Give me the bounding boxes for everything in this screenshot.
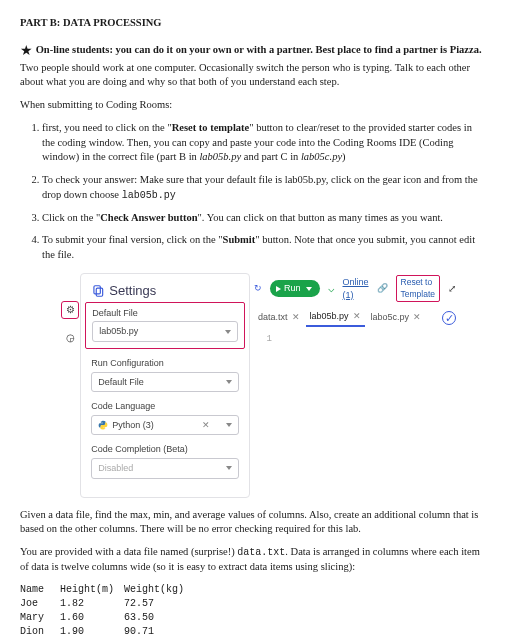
step-4: To submit your final version, click on t…: [42, 233, 485, 262]
completion-label: Code Completion (Beta): [91, 443, 239, 456]
step-1: first, you need to click on the "Reset t…: [42, 121, 485, 165]
editor-side: ↻ Run ⌵ Online (1) 🔗 Reset to Template ⤢…: [250, 273, 460, 498]
lang-label: Code Language: [91, 400, 239, 413]
default-file-highlight: Default File lab05b.py: [85, 302, 245, 349]
tab-data-txt[interactable]: data.txt✕: [254, 309, 304, 326]
step-2: To check your answer: Make sure that you…: [42, 173, 485, 203]
default-file-label: Default File: [92, 307, 238, 320]
svg-rect-0: [94, 286, 100, 294]
completion-value: Disabled: [98, 462, 133, 475]
run-config-label: Run Configuration: [91, 357, 239, 370]
code-editor[interactable]: 1: [250, 329, 460, 498]
run-button[interactable]: Run: [270, 280, 320, 297]
toolbar: ↻ Run ⌵ Online (1) 🔗 Reset to Template ⤢: [250, 273, 460, 307]
intro-rest: Two people should work at one computer. …: [20, 62, 470, 88]
online-link[interactable]: Online (1): [343, 276, 369, 301]
svg-rect-1: [97, 288, 103, 296]
link-icon[interactable]: 🔗: [377, 282, 388, 295]
default-file-select[interactable]: lab05b.py: [92, 321, 238, 342]
close-icon[interactable]: ✕: [413, 311, 421, 324]
check-icon[interactable]: ✓: [442, 311, 456, 325]
table-row: Mary1.6063.50: [20, 611, 194, 625]
tab-lab05c[interactable]: labo5c.py✕: [367, 309, 426, 326]
intro-paragraph: ★ On-line students: you can do it on you…: [20, 41, 485, 90]
settings-title: Settings: [91, 282, 239, 300]
clear-lang-icon[interactable]: ✕: [202, 419, 210, 432]
step-3: Click on the "Check Answer button". You …: [42, 211, 485, 226]
section-heading: PART B: DATA PROCESSING: [20, 16, 485, 31]
intro-bold: On-line students: you can do it on your …: [36, 44, 482, 55]
clock-icon[interactable]: ◶: [61, 329, 79, 347]
close-icon[interactable]: ✕: [353, 310, 361, 323]
default-file-value: lab05b.py: [99, 325, 138, 338]
settings-panel: Settings Default File lab05b.py Run Conf…: [80, 273, 250, 498]
file-tabs: data.txt✕ lab05b.py✕ labo5c.py✕ ✓: [250, 306, 460, 329]
ide-screenshot: ⚙ ◶ Settings Default File lab05b.py Run …: [60, 273, 460, 498]
wifi-icon: ⌵: [328, 281, 335, 296]
refresh-icon[interactable]: ↻: [254, 282, 262, 295]
steps-list: first, you need to click on the "Reset t…: [42, 121, 485, 263]
run-config-select[interactable]: Default File: [91, 372, 239, 393]
task-para-1: Given a data file, find the max, min, an…: [20, 508, 485, 537]
table-header-row: Name Height(m) Weight(kg): [20, 583, 194, 597]
task-para-2: You are provided with a data file named …: [20, 545, 485, 575]
close-icon[interactable]: ✕: [292, 311, 300, 324]
reset-to-template-button[interactable]: Reset to Template: [396, 275, 440, 303]
expand-icon[interactable]: ⤢: [448, 282, 456, 296]
lang-value: Python (3): [112, 419, 154, 432]
left-icon-rail: ⚙ ◶: [60, 273, 80, 498]
tab-lab05b[interactable]: lab05b.py✕: [306, 308, 365, 327]
python-icon: [98, 420, 108, 430]
line-gutter: 1: [254, 333, 278, 494]
star-icon: ★: [20, 43, 33, 58]
table-row: Joe1.8272.57: [20, 597, 194, 611]
completion-select[interactable]: Disabled: [91, 458, 239, 479]
gear-icon[interactable]: ⚙: [61, 301, 79, 319]
table-row: Dion1.9090.71: [20, 625, 194, 635]
submit-heading: When submitting to Coding Rooms:: [20, 98, 485, 113]
run-config-value: Default File: [98, 376, 144, 389]
lang-select[interactable]: Python (3) ✕: [91, 415, 239, 436]
copy-icon: [91, 284, 105, 298]
data-table: Name Height(m) Weight(kg) Joe1.8272.57 M…: [20, 583, 194, 635]
